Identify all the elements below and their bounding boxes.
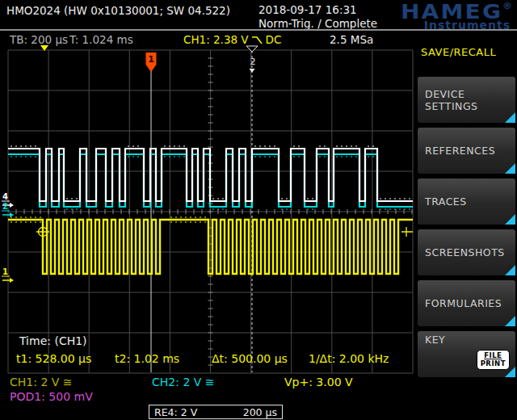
file-print-line1: FILE — [484, 351, 502, 359]
re4-timebase-label: 200 µs — [243, 406, 277, 418]
ground-marker-arrow-icon — [10, 203, 14, 208]
ch1-scale-label: CH1: 2 V ≅ — [10, 376, 73, 388]
ch1-noise-up — [11, 216, 205, 218]
timebase-readout: TB: 200 µs — [10, 33, 68, 46]
cursor-delta-t-readout: Δt: 500.00 µs — [212, 352, 288, 365]
ground-marker-label: 1 — [2, 267, 8, 276]
device-title: HMO2024 (HW 0x10130001; SW 04.522) — [6, 4, 230, 17]
trigger-readout: CH1: 2.38 V DC — [183, 33, 281, 46]
cursor-2-label: 2 — [250, 57, 256, 67]
ch2-scale-label: CH2: 2 V ≅ — [152, 376, 215, 388]
ground-marker-arrow-icon — [10, 278, 14, 283]
menu-device-settings[interactable]: DEVICE SETTINGS — [418, 77, 515, 123]
trigger-coupling-text: DC — [266, 33, 282, 46]
cursor-t2-readout: t2: 1.02 ms — [115, 352, 179, 365]
ground-marker-label: 2 — [2, 202, 8, 211]
ground-marker-ch1: 1 — [2, 267, 14, 283]
menu-label: REFERENCES — [425, 145, 495, 157]
cursor-2-handle-icon — [250, 69, 255, 73]
measure-marker-2 — [401, 227, 413, 237]
oscilloscope-screen: 12421 HMO2024 (HW 0x10130001; SW 04.522)… — [0, 0, 517, 420]
menu-label: TRACES — [425, 195, 467, 208]
reference-re4-box: RE4: 2 V 200 µs — [149, 405, 283, 419]
cursor-1-label: 1 — [148, 54, 154, 65]
menu-label: KEY — [425, 334, 445, 346]
cursor-1[interactable]: 1 — [146, 52, 157, 372]
cursor-inverse-delta-t-readout: 1/Δt: 2.00 kHz — [309, 352, 389, 365]
ground-marker-label: 4 — [2, 192, 8, 201]
menu-title: SAVE/RECALL — [421, 46, 496, 58]
time-offset-readout: T: 1.024 ms — [69, 33, 133, 46]
re4-scale-label: RE4: 2 V — [154, 406, 197, 418]
menu-label: FORMULARIES — [425, 297, 502, 309]
vp-plus-readout: Vp+: 3.00 V — [284, 376, 353, 388]
menu-label: DEVICE SETTINGS — [425, 88, 515, 112]
cursor-2-top-marker — [246, 46, 258, 52]
menu-screenshots[interactable]: SCREENSHOTS — [418, 229, 515, 275]
file-print-line2: PRINT — [481, 359, 506, 368]
menu-formularies[interactable]: FORMULARIES — [418, 280, 515, 326]
cursor-t1-readout: t1: 528.00 µs — [16, 352, 91, 365]
cursor-2[interactable]: 2 — [246, 46, 258, 372]
file-print-key-icon: FILE PRINT — [477, 350, 510, 370]
trigger-level-text: CH1: 2.38 V — [183, 33, 249, 46]
measure-source-label: Time: (CH1) — [19, 334, 87, 347]
registered-mark: ® — [502, 2, 512, 11]
header-divider — [0, 29, 517, 31]
pod1-scale-label: POD1: 500 mV — [10, 390, 93, 403]
menu-references[interactable]: REFERENCES — [418, 128, 515, 174]
menu-traces[interactable]: TRACES — [418, 178, 515, 225]
menu-label: SCREENSHOTS — [425, 246, 505, 258]
sample-rate-readout: 2.5 MSa — [330, 33, 373, 46]
cursor-1-flag-point — [146, 65, 157, 72]
re4-trace — [8, 149, 413, 201]
falling-edge-icon — [250, 34, 264, 45]
menu-key[interactable]: KEY FILE PRINT — [418, 331, 515, 377]
